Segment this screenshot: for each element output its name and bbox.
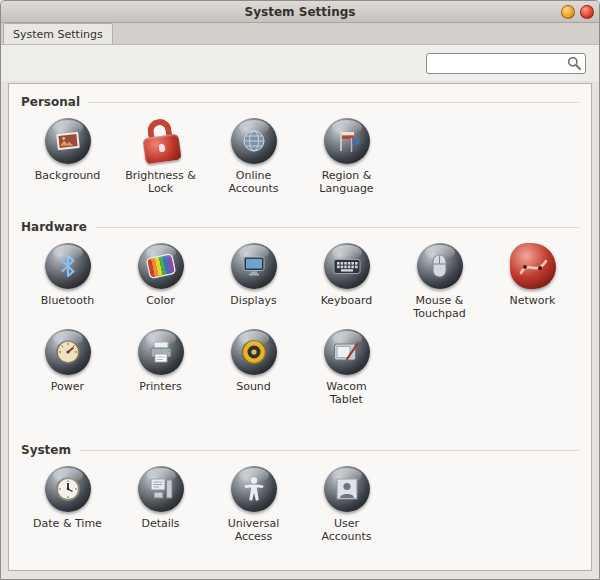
titlebar[interactable]: System Settings [1,1,599,23]
settings-item-sound[interactable]: Sound [207,329,300,406]
settings-item-date-time[interactable]: Date & Time [21,466,114,543]
brightness-lock-icon [138,118,184,164]
hardware-grid: Bluetooth Color [21,243,579,415]
settings-item-wacom-tablet[interactable]: Wacom Tablet [300,329,393,406]
search-entry[interactable] [426,53,586,74]
settings-item-online-accounts[interactable]: Online Accounts [207,118,300,195]
item-label: Printers [123,380,199,393]
power-icon [45,329,91,375]
item-label: Displays [216,294,292,307]
minimize-button[interactable] [561,5,575,19]
universal-access-icon [231,466,277,512]
section-header-personal: Personal [21,95,579,109]
item-label: Power [30,380,106,393]
date-time-icon [45,466,91,512]
sound-icon [231,329,277,375]
printers-icon [138,329,184,375]
window-buttons [561,5,594,19]
wacom-tablet-icon [324,329,370,375]
displays-icon [231,243,277,289]
settings-item-universal-access[interactable]: Universal Access [207,466,300,543]
close-button[interactable] [580,5,594,19]
search-input[interactable] [433,57,567,70]
section-title: System [21,443,71,457]
toolbar [1,45,599,81]
section-title: Personal [21,95,80,109]
section-personal: Personal Ba [21,95,579,204]
item-label: Details [123,517,199,530]
details-icon [138,466,184,512]
system-grid: Date & Time Details [21,466,579,552]
settings-item-region-language[interactable]: Region & Language [300,118,393,195]
section-system: System [21,443,579,552]
item-label: Background [30,169,106,182]
region-language-icon [324,118,370,164]
item-label: Date & Time [30,517,106,530]
mouse-touchpad-icon [417,243,463,289]
settings-item-details[interactable]: Details [114,466,207,543]
item-label: Universal Access [216,517,292,543]
section-header-hardware: Hardware [21,220,579,234]
settings-item-user-accounts[interactable]: User Accounts [300,466,393,543]
breadcrumb-bar: System Settings [1,23,599,45]
color-icon [138,243,184,289]
settings-panel: Personal Ba [8,83,592,571]
keyboard-icon [324,243,370,289]
section-divider [88,102,579,103]
settings-item-keyboard[interactable]: Keyboard [300,243,393,320]
settings-item-bluetooth[interactable]: Bluetooth [21,243,114,320]
settings-item-color[interactable]: Color [114,243,207,320]
window-title: System Settings [1,5,599,19]
breadcrumb-system-settings[interactable]: System Settings [3,23,113,44]
background-icon [45,118,91,164]
item-label: Color [123,294,199,307]
item-label: Brightness & Lock [123,169,199,195]
section-divider [79,450,579,451]
item-label: Region & Language [309,169,385,195]
item-label: Bluetooth [30,294,106,307]
item-label: User Accounts [319,517,375,543]
item-label: Wacom Tablet [309,380,385,406]
item-label: Network [495,294,571,307]
settings-item-power[interactable]: Power [21,329,114,406]
settings-item-background[interactable]: Background [21,118,114,195]
online-accounts-icon [231,118,277,164]
bluetooth-icon [45,243,91,289]
item-label: Keyboard [309,294,385,307]
user-accounts-icon [324,466,370,512]
search-icon [567,56,581,70]
settings-item-mouse-touchpad[interactable]: Mouse & Touchpad [393,243,486,320]
item-label: Online Accounts [216,169,292,195]
section-divider [95,227,579,228]
personal-grid: Background Brightness & Lock [21,118,579,204]
settings-item-network[interactable]: Network [486,243,579,320]
settings-item-displays[interactable]: Displays [207,243,300,320]
section-title: Hardware [21,220,87,234]
section-header-system: System [21,443,579,457]
item-label: Sound [216,380,292,393]
settings-item-brightness-lock[interactable]: Brightness & Lock [114,118,207,195]
item-label: Mouse & Touchpad [402,294,478,320]
section-hardware: Hardware Bluetooth Color [21,220,579,415]
settings-item-printers[interactable]: Printers [114,329,207,406]
network-icon [510,243,556,289]
system-settings-window: System Settings System Settings Personal [0,0,600,580]
